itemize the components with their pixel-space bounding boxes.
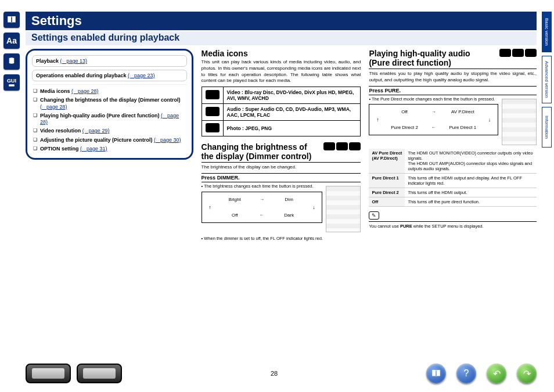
- nav-ops-ref[interactable]: (☞page 23): [128, 73, 155, 78]
- table-row: Pure Direct 1 This turns off the HDMI ou…: [369, 173, 537, 188]
- photo-icon: [349, 142, 361, 150]
- device-buttons: [26, 364, 122, 383]
- contents-icon[interactable]: [426, 364, 446, 383]
- audio-icon: [336, 142, 348, 150]
- svg-rect-0: [9, 84, 15, 87]
- col-middle: Media icons This unit can play back vari…: [202, 49, 361, 357]
- arrow-right-icon: [260, 197, 264, 202]
- pd-applies-icons: [499, 49, 537, 57]
- audio-icon: [206, 107, 220, 116]
- press-dimmer: Press DIMMER.: [202, 173, 361, 182]
- pd-cycle: OffAV P.Direct ↑↓ Pure Direct 2Pure Dire…: [369, 104, 498, 135]
- footer: 28 ? ↶ ↷: [26, 362, 537, 385]
- media-icons-desc: This unit can play back various kinds of…: [202, 59, 361, 84]
- pd-modes-table: AV Pure Direct(AV P.Direct) The HDMI OUT…: [369, 149, 537, 207]
- dimmer-title: Changing the brightness of the display (…: [202, 142, 312, 161]
- video-icon: [499, 49, 511, 57]
- gui-icon[interactable]: GUI: [3, 74, 20, 91]
- dimmer-cycle: BrightDim ↑↓ OffDark: [202, 192, 323, 223]
- pure-direct-title: Playing high-quality audio (Pure direct …: [369, 49, 470, 67]
- dimmer-applies-icons: [323, 142, 361, 150]
- tab-basic[interactable]: Basic version: [542, 12, 552, 52]
- note-icon: ✎: [369, 211, 379, 220]
- dimmer-footnote: • When the dimmer is set to off, the FL …: [202, 236, 361, 242]
- remote-thumbnail: [502, 99, 537, 145]
- media-formats-table: Video : Blu-ray Disc, DVD-Video, DivX pl…: [202, 87, 361, 136]
- table-row: AV Pure Direct(AV P.Direct) The HDMI OUT…: [369, 149, 537, 174]
- nav-ops-label: Operations enabled during playback: [36, 73, 127, 78]
- footer-nav: ? ↶ ↷: [426, 364, 537, 383]
- tab-information[interactable]: Information: [542, 107, 552, 148]
- pd-warning: You cannot use PURE while the SETUP menu…: [369, 221, 537, 229]
- video-icon: [206, 90, 220, 99]
- media-icons-title: Media icons: [202, 49, 361, 58]
- nav-playback[interactable]: Playback (☞page 13): [32, 55, 187, 67]
- book-icon[interactable]: [3, 12, 20, 28]
- table-row: Pure Direct 2 This turns off the HDMI ou…: [369, 188, 537, 197]
- nav-playback-label: Playback: [36, 58, 59, 64]
- nav-card: Playback (☞page 13) Operations enabled d…: [26, 49, 193, 160]
- table-row: Photo : JPEG, PNG: [202, 121, 361, 136]
- page-title: Settings: [26, 12, 537, 30]
- pd-title-row: Playing high-quality audio (Pure direct …: [369, 49, 537, 69]
- nav-list: Media icons (☞page 28) Changing the brig…: [32, 84, 187, 153]
- press-pure: Press PURE.: [369, 86, 537, 95]
- left-icon-rail: Aa GUI: [3, 12, 20, 91]
- device-button-1[interactable]: [26, 364, 71, 383]
- nav-playback-ref[interactable]: (☞page 13): [60, 58, 88, 64]
- table-row: Audio : Super Audio CD, CD, DVD-Audio, M…: [202, 104, 361, 121]
- photo-icon: [206, 123, 220, 132]
- list-item[interactable]: OPTION setting (☞page 31): [32, 145, 187, 153]
- table-row: Video : Blu-ray Disc, DVD-Video, DivX pl…: [202, 87, 361, 104]
- device-button-2[interactable]: [77, 364, 122, 383]
- prev-page-icon[interactable]: ↶: [487, 364, 506, 383]
- arrow-right-icon: [431, 109, 436, 114]
- list-item[interactable]: Video resolution (☞page 29): [32, 127, 187, 135]
- photo-icon: [525, 49, 537, 57]
- remote-thumbnail: [326, 186, 361, 232]
- next-page-icon[interactable]: ↷: [517, 364, 537, 383]
- dimmer-desc: The brightness of the display can be cha…: [202, 162, 361, 171]
- aa-icon[interactable]: Aa: [3, 33, 20, 49]
- col-nav: Playback (☞page 13) Operations enabled d…: [26, 49, 193, 357]
- list-item[interactable]: Adjusting the picture quality (Picture c…: [32, 136, 187, 145]
- help-icon[interactable]: ?: [456, 364, 476, 383]
- page-number: 28: [271, 370, 278, 377]
- col-right: Playing high-quality audio (Pure direct …: [369, 49, 537, 357]
- db-icon[interactable]: [3, 53, 20, 70]
- content: Playback (☞page 13) Operations enabled d…: [26, 49, 537, 357]
- audio-icon: [512, 49, 524, 57]
- list-item[interactable]: Media icons (☞page 28): [32, 87, 187, 96]
- right-tabs: Basic version Advanced version Informati…: [542, 12, 552, 148]
- dimmer-note: • The brightness changes each time the b…: [202, 184, 323, 189]
- dimmer-title-row: Changing the brightness of the display (…: [202, 142, 361, 162]
- arrow-left-icon: [431, 125, 436, 130]
- video-icon: [323, 142, 335, 150]
- list-item[interactable]: Changing the brightness of the display (…: [32, 96, 187, 112]
- list-item[interactable]: Playing high-quality audio (Pure direct …: [32, 112, 187, 127]
- pd-desc: This enables you to play high quality au…: [369, 69, 537, 84]
- tab-advanced[interactable]: Advanced version: [542, 56, 552, 103]
- page-subtitle: Settings enabled during playback: [26, 31, 537, 45]
- table-row: Off This turns off the pure direct funct…: [369, 197, 537, 206]
- arrow-left-icon: [260, 213, 264, 218]
- nav-ops[interactable]: Operations enabled during playback (☞pag…: [32, 70, 187, 81]
- pd-note: • The Pure Direct mode changes each time…: [369, 96, 498, 102]
